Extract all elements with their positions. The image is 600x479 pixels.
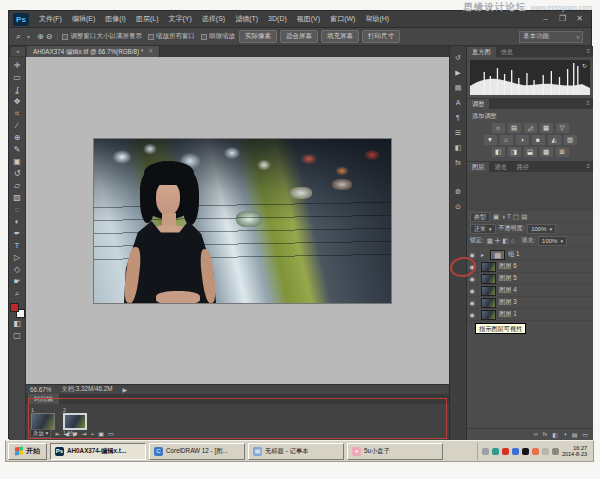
eye-icon[interactable]: ◉	[467, 285, 478, 297]
timeline-tab[interactable]: 时间轴	[28, 394, 59, 404]
menu-item-H[interactable]: 帮助(H)	[360, 11, 394, 27]
taskbar-task[interactable]: ◕5u小盘子	[347, 443, 443, 460]
adjustment-icon[interactable]: ▥	[564, 135, 577, 145]
eye-icon[interactable]: ◉	[467, 297, 478, 309]
filter-icon[interactable]: ▣	[493, 213, 499, 221]
zoom-tool-icon[interactable]: ⌕	[10, 288, 25, 300]
document-tab[interactable]: AH0AX374 编辑x.tif @ 66.7%(RGB/8) * ✕	[27, 46, 160, 57]
menu-item-I[interactable]: 图像(I)	[100, 11, 131, 27]
add-mask-icon[interactable]: ◧	[552, 431, 558, 438]
crop-tool-icon[interactable]: ⌗	[10, 108, 25, 120]
duplicate-frame-button[interactable]: ▣	[98, 430, 104, 438]
option-checkbox[interactable]: 缩放所有窗口	[148, 32, 195, 41]
adjustment-icon[interactable]: ⊞	[556, 147, 569, 157]
checkbox-icon[interactable]	[62, 34, 68, 40]
options-button-适合屏幕[interactable]: 适合屏幕	[280, 30, 318, 43]
tray-icon[interactable]	[492, 448, 499, 455]
tray-icon[interactable]	[512, 448, 519, 455]
menu-item-L[interactable]: 图层(L)	[131, 11, 164, 27]
layer-row[interactable]: ◉图层 3	[467, 297, 593, 309]
layer-row[interactable]: ◉图层 5	[467, 273, 593, 285]
tween-button[interactable]: ⌁	[91, 430, 95, 438]
options-button-打印尺寸[interactable]: 打印尺寸	[362, 30, 400, 43]
hand-tool-icon[interactable]: ☛	[10, 276, 25, 288]
option-checkbox[interactable]: 细微缩放	[201, 32, 235, 41]
layer-thumbnail[interactable]	[481, 262, 496, 272]
foreground-color-swatch[interactable]	[10, 303, 19, 312]
menu-item-3DD[interactable]: 3D(D)	[263, 11, 292, 27]
dock-collapse-icon[interactable]: «	[11, 47, 25, 56]
character-panel-icon[interactable]: A	[451, 97, 465, 108]
menu-item-E[interactable]: 编辑(E)	[67, 11, 100, 27]
layer-row[interactable]: ◉图层 1	[467, 309, 593, 321]
tray-icon[interactable]	[542, 448, 549, 455]
taskbar-task[interactable]: ▤无标题 - 记事本	[248, 443, 344, 460]
eye-icon[interactable]: ◉	[467, 249, 478, 261]
taskbar-clock[interactable]: 16:27 2014-8-23	[562, 445, 587, 457]
close-button[interactable]: ✕	[574, 12, 585, 26]
play-button[interactable]: ▶	[73, 430, 78, 438]
tab-adjustments[interactable]: 调整	[467, 99, 489, 109]
pen-tool-icon[interactable]: ✒	[10, 228, 25, 240]
adjustment-icon[interactable]: ▦	[540, 123, 553, 133]
adjustment-icon[interactable]: ◑	[516, 135, 529, 145]
tray-icon[interactable]	[532, 448, 539, 455]
filter-type-dropdown[interactable]: 类型	[470, 212, 490, 222]
panel-menu-icon[interactable]: ≡	[586, 48, 590, 54]
blend-mode-dropdown[interactable]: 正常▾	[470, 224, 496, 234]
adjustment-icon[interactable]: ▤	[508, 123, 521, 133]
menu-item-F[interactable]: 文件(F)	[34, 11, 67, 27]
lock-icon[interactable]: ✛	[495, 237, 500, 245]
tool-preset-caret-icon[interactable]: ▾	[27, 33, 30, 40]
adjustment-icon[interactable]: ◧	[492, 147, 505, 157]
expander-icon[interactable]: ▸	[481, 251, 487, 258]
tab-histogram[interactable]: 直方图	[467, 47, 496, 57]
new-adjustment-icon[interactable]: ◑	[563, 431, 567, 437]
path-select-tool-icon[interactable]: ▷	[10, 252, 25, 264]
panel-menu-icon[interactable]: ≡	[586, 100, 590, 106]
checkbox-icon[interactable]	[148, 34, 154, 40]
taskbar-task[interactable]: PsAH0AX374-编辑x.t...	[50, 443, 146, 460]
options-button-实际像素[interactable]: 实际像素	[239, 30, 277, 43]
layer-thumbnail[interactable]	[481, 310, 496, 320]
gradient-tool-icon[interactable]: ▨	[10, 192, 25, 204]
eye-icon[interactable]: ◉	[467, 309, 478, 321]
healing-brush-tool-icon[interactable]: ⊕	[10, 132, 25, 144]
status-options-arrow-icon[interactable]: ▶	[122, 386, 127, 393]
layer-style-icon[interactable]: fx	[543, 431, 548, 437]
screen-mode-icon[interactable]: ▢	[10, 330, 25, 342]
tab-paths[interactable]: 路径	[512, 162, 534, 172]
adjustment-icon[interactable]: ▽	[556, 123, 569, 133]
menu-item-Y[interactable]: 文字(Y)	[163, 11, 196, 27]
filter-icon[interactable]: ▤	[521, 213, 527, 221]
history-panel-icon[interactable]: ↺	[451, 52, 465, 63]
lock-icon[interactable]: ◧	[502, 237, 508, 245]
taskbar-task[interactable]: CCorelDRAW 12 - [图...	[149, 443, 245, 460]
eraser-tool-icon[interactable]: ▱	[10, 180, 25, 192]
adjustment-icon[interactable]: ◿	[524, 123, 537, 133]
loop-selector[interactable]: 永远 ▾	[30, 429, 51, 438]
lock-icon[interactable]: ⌂	[510, 237, 514, 245]
filter-icon[interactable]: T	[507, 213, 511, 221]
filter-icon[interactable]: ▢	[513, 213, 519, 221]
maximize-button[interactable]: ❐	[557, 12, 568, 26]
eyedropper-tool-icon[interactable]: ∕	[10, 120, 25, 132]
zoom-level[interactable]: 66.67%	[30, 386, 51, 393]
layer-row[interactable]: ◉图层 4	[467, 285, 593, 297]
document-image[interactable]	[94, 139, 391, 303]
delete-frame-button[interactable]: ▭	[108, 430, 114, 438]
dodge-tool-icon[interactable]: ◐	[10, 216, 25, 228]
menu-item-T[interactable]: 滤镜(T)	[230, 11, 263, 27]
properties-panel-icon[interactable]: ▤	[451, 82, 465, 93]
layer-row[interactable]: ◉图层 6	[467, 261, 593, 273]
quick-mask-icon[interactable]: ◧	[10, 318, 25, 330]
delete-layer-icon[interactable]: ▭	[582, 431, 588, 438]
tray-icon[interactable]	[502, 448, 509, 455]
actions-panel-icon[interactable]: ▶	[451, 67, 465, 78]
zoom-tool-icon[interactable]: ⌕	[14, 31, 23, 42]
tray-icon[interactable]	[482, 448, 489, 455]
frame-thumbnail[interactable]	[63, 413, 87, 430]
rect-marquee-tool-icon[interactable]: ▭	[10, 72, 25, 84]
eye-icon[interactable]: ◉	[467, 273, 478, 285]
paragraph-panel-icon[interactable]: ¶	[451, 112, 465, 123]
